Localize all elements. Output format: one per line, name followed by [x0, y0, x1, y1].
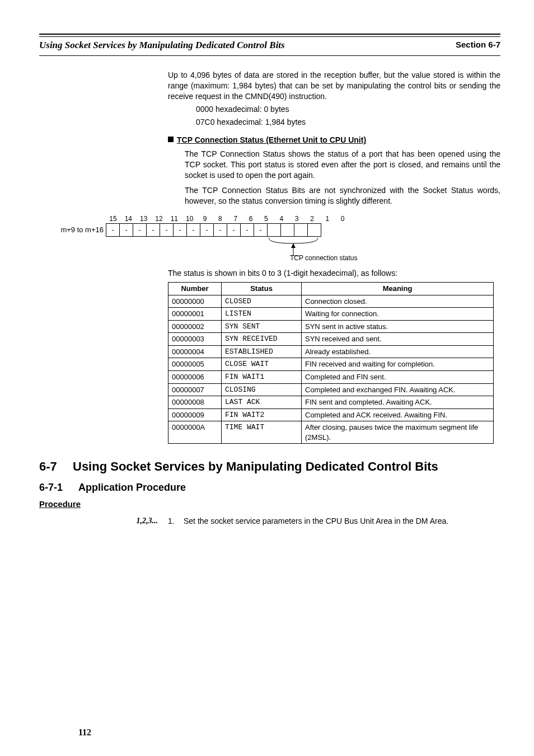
bit-cell: - [186, 223, 200, 237]
bit-num: 8 [213, 214, 227, 223]
cell-status: LISTEN [222, 308, 302, 321]
intro-p1: Up to 4,096 bytes of data are stored in … [168, 70, 500, 102]
cell-number: 00000008 [168, 396, 222, 409]
tcp-body: The TCP Connection Status shows the stat… [185, 149, 500, 206]
tcp-p2: The TCP Connection Status Bits are not s… [185, 185, 500, 206]
bit-cell: - [119, 223, 133, 237]
cell-number: 00000004 [168, 345, 222, 358]
table-row: 00000008LAST ACKFIN sent and completed. … [168, 396, 494, 409]
status-table: Number Status Meaning 00000000CLOSEDConn… [168, 282, 494, 444]
bit-numbers-row: 15 14 13 12 11 10 9 8 7 6 5 4 3 2 1 0 [106, 214, 500, 223]
bit-cell: - [146, 223, 160, 237]
cell-number: 00000003 [168, 333, 222, 346]
svg-marker-1 [291, 243, 296, 248]
cell-status: FIN WAIT2 [222, 408, 302, 421]
cell-status: LAST ACK [222, 396, 302, 409]
table-row: 0000000ATIME WAITAfter closing, pauses t… [168, 421, 494, 444]
bullet-square-icon [168, 137, 174, 142]
cell-number: 00000001 [168, 308, 222, 321]
bit-num: 10 [183, 214, 196, 223]
intro-paragraph: Up to 4,096 bytes of data are stored in … [168, 70, 500, 127]
bit-cell: - [254, 223, 268, 237]
table-row: 00000009FIN WAIT2Completed and ACK recei… [168, 408, 494, 421]
tcp-p1: The TCP Connection Status shows the stat… [185, 149, 500, 181]
page-header: Using Socket Services by Manipulating De… [39, 38, 500, 56]
section-number: 6-7 [39, 458, 73, 475]
cell-meaning: FIN sent and completed. Awaiting ACK. [302, 396, 494, 409]
th-number: Number [168, 283, 222, 295]
bit-cell: - [173, 223, 187, 237]
section-title-text: Using Socket Services by Manipulating De… [73, 458, 438, 475]
cell-number: 00000007 [168, 383, 222, 396]
table-row: 00000006FIN WAIT1Completed and FIN sent. [168, 371, 494, 384]
cell-meaning: After closing, pauses twice the maximum … [302, 421, 494, 444]
cell-number: 0000000A [168, 421, 222, 444]
bit-num: 13 [137, 214, 151, 223]
step-text: Set the socket service parameters in the… [184, 516, 500, 527]
cell-status: CLOSING [222, 383, 302, 396]
bit-cell: - [227, 223, 241, 237]
table-row: 00000000CLOSEDConnection closed. [168, 295, 494, 308]
cell-number: 00000002 [168, 320, 222, 333]
table-header-row: Number Status Meaning [168, 283, 494, 295]
bit-num: 14 [121, 214, 135, 223]
cell-status: SYN RECEIVED [222, 333, 302, 346]
tcp-heading: TCP Connection Status (Ethernet Unit to … [168, 135, 500, 145]
table-intro: The status is shown in bits 0 to 3 (1-di… [168, 268, 500, 279]
cell-status: TIME WAIT [222, 421, 302, 444]
bit-num: 15 [106, 214, 120, 223]
table-row: 00000003SYN RECEIVEDSYN received and sen… [168, 333, 494, 346]
bit-num: 5 [259, 214, 273, 223]
bit-num: 3 [290, 214, 303, 223]
bit-cell: - [200, 223, 214, 237]
step-lead: 1,2,3... [39, 516, 168, 527]
cell-status: CLOSED [222, 295, 302, 308]
cell-meaning: Completed and FIN sent. [302, 371, 494, 384]
cell-status: FIN WAIT1 [222, 371, 302, 384]
bit-cell: - [133, 223, 147, 237]
cell-meaning: Connection closed. [302, 295, 494, 308]
bit-num: 1 [321, 214, 334, 223]
cell-meaning: Completed and ACK received. Awaiting FIN… [302, 408, 494, 421]
bit-num: 7 [229, 214, 242, 223]
bit-cell [294, 223, 308, 237]
bit-num: 2 [305, 214, 318, 223]
cell-status: SYN SENT [222, 320, 302, 333]
th-status: Status [222, 283, 302, 295]
cell-meaning: SYN sent in active status. [302, 320, 494, 333]
bit-cell: - [106, 223, 120, 237]
bit-num: 4 [275, 214, 288, 223]
bit-row: m+9 to m+16 - - - - - - - - - - - - [48, 223, 500, 237]
section-heading: 6-7 Using Socket Services by Manipulatin… [39, 458, 500, 475]
step-number: 1. [168, 516, 184, 527]
bit-cell: - [160, 223, 174, 237]
cell-meaning: Already established. [302, 345, 494, 358]
bit-cell [280, 223, 294, 237]
bit-cell [307, 223, 321, 237]
procedure-heading: Procedure [39, 499, 500, 510]
page-number: 112 [78, 726, 91, 739]
pointer-label: TCP connection status [290, 253, 500, 262]
bit-cell: - [213, 223, 227, 237]
table-row: 00000002SYN SENTSYN sent in active statu… [168, 320, 494, 333]
subsection-number: 6-7-1 [39, 481, 78, 494]
cell-meaning: FIN received and waiting for completion. [302, 358, 494, 371]
cell-meaning: SYN received and sent. [302, 333, 494, 346]
bit-num: 0 [336, 214, 349, 223]
cell-number: 00000005 [168, 358, 222, 371]
table-row: 00000001LISTENWaiting for connection. [168, 308, 494, 321]
subsection-heading: 6-7-1 Application Procedure [39, 481, 500, 494]
cell-meaning: Waiting for connection. [302, 308, 494, 321]
top-rule [39, 34, 500, 37]
bit-cell: - [240, 223, 254, 237]
cell-status: CLOSE WAIT [222, 358, 302, 371]
cell-number: 00000009 [168, 408, 222, 421]
bit-diagram: 15 14 13 12 11 10 9 8 7 6 5 4 3 2 1 0 m+… [39, 214, 500, 263]
bit-num: 11 [167, 214, 181, 223]
cell-meaning: Completed and exchanged FIN. Awaiting AC… [302, 383, 494, 396]
table-row: 00000004ESTABLISHEDAlready established. [168, 345, 494, 358]
bit-row-label: m+9 to m+16 [48, 225, 106, 235]
bit-num: 12 [152, 214, 166, 223]
table-row: 00000007CLOSINGCompleted and exchanged F… [168, 383, 494, 396]
intro-line2: 07C0 hexadecimal: 1,984 bytes [196, 117, 500, 128]
